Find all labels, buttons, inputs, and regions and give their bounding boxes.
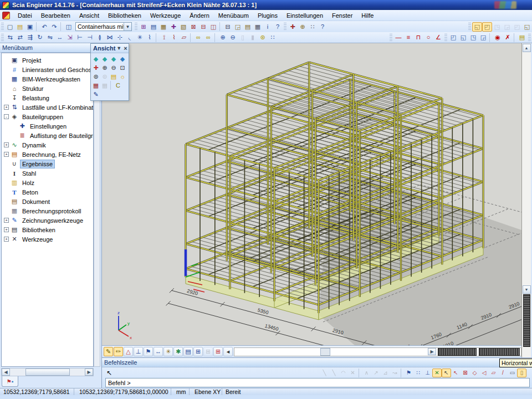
add-selection-icon[interactable]: ⊕ (218, 33, 228, 42)
zoom-out-icon[interactable]: ⊖ (109, 63, 118, 72)
grid-view-red-icon[interactable]: ⊞ (213, 347, 223, 356)
show-loads-icon[interactable]: ⊥ (134, 347, 143, 356)
ansicht-floating-panel[interactable]: Ansicht ▼ × ◆◆◆◆✚⊕⊖⊡⊛⊚▤☼▦▦C✎ (90, 43, 129, 101)
snap-flag-icon[interactable]: ⚑ (404, 369, 413, 377)
project-window-icon[interactable]: ◫ (64, 22, 74, 32)
sidebar-item-einstellungen[interactable]: ✚Einstellungen (2, 121, 93, 131)
project-info-icon[interactable]: i (263, 22, 273, 32)
sidebar-item-projekt[interactable]: ▣Projekt (2, 55, 93, 65)
view-axo-1-icon[interactable]: ◆ (91, 54, 100, 63)
team-project-icon[interactable]: ⊞ (139, 22, 149, 32)
expand-icon[interactable]: + (4, 142, 9, 147)
sidebar-item-zeichnungswerkzeuge[interactable]: +✎Zeichnungswerkzeuge (2, 216, 93, 225)
chevron-down-icon[interactable]: ▼ (115, 45, 122, 51)
calculator-icon[interactable]: ▦ (253, 22, 263, 32)
selection-table-icon[interactable]: ∷ (268, 33, 278, 42)
collapse-icon[interactable]: - (4, 114, 9, 119)
scroll-right-icon[interactable]: ▶ (85, 369, 93, 376)
sidebar-item-bauteilgruppen[interactable]: -◈Bauteilgruppen (2, 112, 93, 121)
sidebar-item-linienraster-und-geschosse[interactable]: #Linienraster und Geschosse (2, 65, 93, 74)
scroll-left-arrow-icon[interactable]: ◂ (223, 347, 233, 356)
print-preview-icon[interactable]: ◲ (233, 22, 243, 32)
menu-item-ändern[interactable]: Ändern (185, 11, 213, 20)
no-redraw-icon[interactable]: ✗ (503, 33, 513, 42)
model-canvas[interactable]: 2920535029101345040802910176011402910291… (102, 43, 521, 345)
snap-slash-icon[interactable]: / (498, 369, 508, 377)
print-icon[interactable]: ⊟ (223, 22, 233, 32)
scroll-down-icon[interactable]: ▼ (523, 285, 531, 294)
snap-line-icon[interactable]: ╲ (320, 369, 329, 377)
snap-perp-icon[interactable]: ⊿ (381, 369, 390, 377)
selection-props-icon[interactable]: ⊛ (258, 33, 268, 42)
scroll-up-icon[interactable]: ▲ (523, 44, 531, 52)
scroll-thumb-light[interactable] (320, 348, 330, 356)
snap-arc-icon[interactable]: ◠ (339, 369, 348, 377)
multicopy-icon[interactable]: ⇶ (25, 33, 35, 42)
show-surfaces-icon[interactable]: ✳ (163, 347, 173, 356)
open-view-icon[interactable]: ▤ (517, 33, 527, 42)
sidebar-item-werkzeuge[interactable]: +✕Werkzeuge (2, 234, 93, 244)
undo-icon[interactable]: ↶ (39, 22, 49, 32)
select-previous-icon[interactable]: ∞ (193, 33, 203, 42)
clipboard-icon[interactable]: ▧ (178, 22, 188, 32)
sidebar-item-holz[interactable]: ▥Holz (2, 178, 93, 187)
menu-tree-header[interactable]: Menübaum ✚ (0, 43, 101, 53)
view-axo-4-icon[interactable]: ◆ (118, 54, 127, 63)
layout-new-icon[interactable]: ◱ (522, 22, 532, 32)
snap-cross-icon[interactable]: ✕ (348, 369, 357, 377)
menu-item-hilfe[interactable]: Hilfe (357, 11, 378, 20)
snap-exclude-icon[interactable]: ⊠ (461, 369, 470, 377)
visibility-eye-icon[interactable]: ◉ (493, 33, 503, 42)
scroll-right-icon[interactable]: ▶ (428, 348, 436, 355)
view-axo-2-icon[interactable]: ◆ (100, 54, 109, 63)
copy-icon[interactable]: ⇄ (15, 33, 25, 42)
scroll-thumb-dark[interactable] (479, 348, 520, 356)
select-by-cursor-icon[interactable]: ⟟ (159, 33, 169, 42)
rotate-icon[interactable]: ↻ (35, 33, 45, 42)
show-entity-info-icon[interactable]: ▤ (183, 347, 193, 356)
menu-item-bibliotheken[interactable]: Bibliotheken (104, 11, 146, 20)
draw-circle-icon[interactable]: ○ (423, 33, 433, 42)
command-panel-header[interactable]: Befehlszeile (102, 358, 532, 367)
close-icon[interactable]: × (122, 45, 128, 52)
draw-line-icon[interactable]: — (393, 33, 403, 42)
window-tile-icon[interactable]: ⊟ (198, 22, 208, 32)
sidebar-item-lastf-lle-und-lf-kombinationen[interactable]: +⇅Lastfälle und LF-Kombinationen (2, 103, 93, 112)
scroll-thumb-dark[interactable] (438, 348, 477, 356)
explode-icon[interactable]: ✳ (135, 33, 145, 42)
document-icon[interactable]: ▤ (243, 22, 253, 32)
view-axo-3-icon[interactable]: ◆ (109, 54, 118, 63)
render-mode-wire-icon[interactable]: ✎ (104, 347, 113, 356)
zoom-previous-icon[interactable]: ⊚ (100, 72, 109, 81)
draw-angle-icon[interactable]: ∠ (433, 33, 443, 42)
sidebar-item-bim-werkzeugkasten[interactable]: ▦BIM-Werkzeugkasten (2, 74, 93, 84)
open-folder-icon[interactable]: ▤ (109, 72, 118, 81)
expand-icon[interactable]: + (4, 218, 9, 223)
show-supports-icon[interactable]: △ (124, 347, 133, 356)
sidebar-item-ergebnisse[interactable]: ∪Ergebnisse (2, 159, 93, 168)
menu-item-ansicht[interactable]: Ansicht (75, 11, 104, 20)
transform-tools-icon[interactable]: ✚ (168, 22, 178, 32)
member-list-icon[interactable]: ∷ (308, 22, 318, 32)
sidebar-item-struktur[interactable]: ⌂Struktur (2, 84, 93, 93)
view-corner-4-icon[interactable]: ◲ (478, 33, 488, 42)
light-switch-icon[interactable]: ☼ (118, 72, 127, 81)
sidebar-horizontal-scrollbar[interactable]: ◀ ▶ (1, 368, 94, 376)
toolbar-grip[interactable] (284, 23, 287, 30)
menu-item-fenster[interactable]: Fenster (328, 11, 357, 20)
toolbar-grip[interactable] (1, 34, 4, 42)
view-photo-icon[interactable]: ▦ (91, 81, 100, 90)
menu-item-werkzeuge[interactable]: Werkzeuge (146, 11, 185, 20)
ansicht-header[interactable]: Ansicht ▼ × (91, 44, 129, 53)
scroll-thumb[interactable] (25, 369, 70, 376)
render-mode-solid-icon[interactable]: ✏ (114, 347, 123, 356)
snap-midpoint-icon[interactable]: ◇ (470, 369, 479, 377)
layout-wire-icon[interactable]: ◳ (492, 22, 502, 32)
menu-item-menübaum[interactable]: Menübaum (214, 11, 253, 20)
snap-edge-icon[interactable]: ▱ (489, 369, 498, 377)
snap-endpoint-icon[interactable]: ↖ (451, 369, 461, 377)
sidebar-item-berechnung-fe-netz[interactable]: +▤Berechnung, FE-Netz (2, 150, 93, 159)
scroll-thumb-dark[interactable] (523, 294, 530, 347)
sidebar-item-belastung[interactable]: ↧Belastung (2, 93, 93, 103)
view-ucs-icon[interactable]: ✚ (91, 63, 100, 72)
